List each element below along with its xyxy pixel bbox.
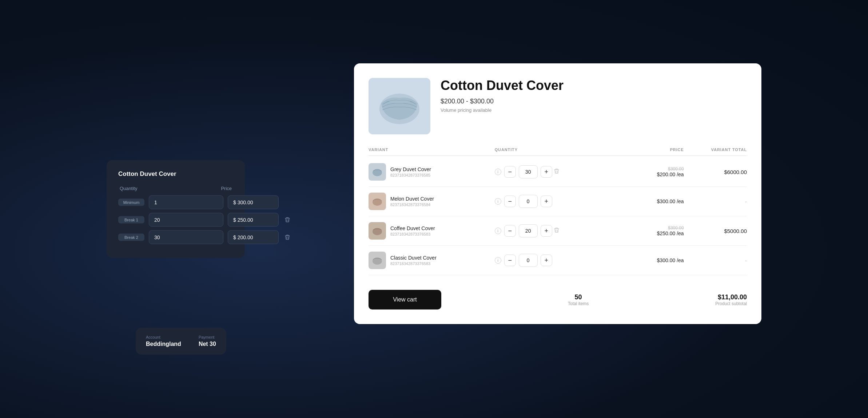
info-icon-3[interactable]: i [495, 257, 501, 264]
qty-delete-2[interactable] [554, 227, 560, 234]
qty-input-2[interactable] [519, 224, 538, 237]
qty-input-1[interactable] [519, 195, 538, 208]
qty-minus-3[interactable]: − [504, 255, 516, 266]
price-original-2: $300.00 [668, 225, 684, 230]
table-row: Coffee Duvet Cover 823718342873376583 i … [369, 216, 747, 246]
qty-minus-0[interactable]: − [504, 166, 516, 178]
qty-wrapper-2: i − + [495, 224, 589, 237]
footer-total-label: Total items [568, 301, 589, 306]
volume-price-input-2[interactable] [228, 230, 279, 244]
variant-thumb-1 [369, 193, 386, 210]
volume-price-input-1[interactable] [228, 213, 279, 227]
product-price-range: $200.00 - $300.00 [441, 98, 747, 105]
scene: Cotton Duvet Cover Quantity Price Minimu… [107, 63, 761, 355]
qty-control-0: − + [504, 165, 552, 178]
qty-input-3[interactable] [519, 254, 538, 267]
price-original-0: $300.00 [668, 166, 684, 171]
footer-totals: 50 Total items [568, 293, 589, 306]
price-col-1: $300.00 /ea [589, 198, 684, 204]
col-price: PRICE [589, 147, 684, 152]
footer-subtotal-amount: $11,00.00 [718, 293, 747, 301]
product-volume-note: Volume pricing available [441, 107, 747, 113]
info-icon-0[interactable]: i [495, 169, 501, 175]
card-footer: View cart 50 Total items $11,00.00 Produ… [369, 284, 747, 309]
variant-total-3: - [684, 257, 747, 264]
table-row: Melon Duvet Cover 823718342873376584 i −… [369, 187, 747, 216]
qty-control-1: − + [504, 195, 552, 208]
volume-badge-1: Break 1 [118, 216, 144, 224]
payment-info: Payment Net 30 [199, 335, 216, 347]
qty-column-header: Quantity [120, 186, 137, 191]
qty-control-3: − + [504, 254, 552, 267]
payment-label: Payment [199, 335, 216, 339]
variant-sku-2: 823718342873376583 [390, 232, 435, 236]
svg-point-2 [389, 98, 410, 103]
qty-wrapper-1: i − + [495, 195, 589, 208]
product-title: Cotton Duvet Cover [441, 78, 747, 93]
price-col-2: $300.00 $250.00 /ea [589, 225, 684, 236]
product-header: Cotton Duvet Cover $200.00 - $300.00 Vol… [369, 78, 747, 134]
volume-panel-title: Cotton Duvet Cover [118, 170, 233, 178]
variant-name-1: Melon Duvet Cover [390, 196, 434, 202]
qty-plus-1[interactable]: + [541, 196, 552, 207]
product-image [369, 78, 430, 134]
variant-thumb-0 [369, 163, 386, 181]
variant-total-0: $6000.00 [684, 169, 747, 175]
variant-name-0: Grey Duvet Cover [390, 166, 431, 172]
volume-qty-input-1[interactable] [149, 213, 223, 227]
view-cart-button[interactable]: View cart [369, 290, 441, 309]
table-header: VARIANT QUANTITY PRICE VARIANT TOTAL [369, 147, 747, 156]
volume-row-1: Break 1 [118, 213, 233, 227]
variant-sku-3: 823718342873376583 [390, 261, 437, 266]
volume-badge-2: Break 2 [118, 234, 144, 241]
volume-qty-input-0[interactable] [149, 196, 223, 209]
col-quantity: QUANTITY [495, 147, 589, 152]
account-info: Account Beddingland [146, 335, 181, 347]
qty-plus-2[interactable]: + [541, 225, 552, 237]
account-label: Account [146, 335, 181, 339]
volume-price-input-0[interactable] [228, 196, 279, 209]
price-column-header: Price [221, 186, 232, 191]
footer-subtotal-label: Product subtotal [715, 301, 747, 306]
variant-info-0: Grey Duvet Cover 823718342873376585 [369, 163, 495, 181]
volume-qty-input-2[interactable] [149, 230, 223, 244]
info-icon-1[interactable]: i [495, 198, 501, 205]
volume-delete-1[interactable] [283, 216, 292, 224]
variant-name-group-3: Classic Duvet Cover 823718342873376583 [390, 255, 437, 266]
variant-info-1: Melon Duvet Cover 823718342873376584 [369, 193, 495, 210]
qty-input-0[interactable] [519, 165, 538, 178]
qty-minus-1[interactable]: − [504, 196, 516, 207]
variant-name-group-0: Grey Duvet Cover 823718342873376585 [390, 166, 431, 177]
volume-row-2: Break 2 [118, 230, 233, 244]
variant-name-3: Classic Duvet Cover [390, 255, 437, 261]
volume-row-0: Minimum [118, 196, 233, 209]
variant-name-group-2: Coffee Duvet Cover 823718342873376583 [390, 225, 435, 236]
table-row: Classic Duvet Cover 823718342873376583 i… [369, 246, 747, 275]
price-col-0: $300.00 $200.00 /ea [589, 166, 684, 177]
footer-total-items: 50 [575, 293, 582, 301]
variant-sku-1: 823718342873376584 [390, 202, 434, 207]
variant-name-group-1: Melon Duvet Cover 823718342873376584 [390, 196, 434, 207]
variant-thumb-3 [369, 252, 386, 269]
variant-sku-0: 823718342873376585 [390, 173, 431, 177]
qty-wrapper-0: i − + [495, 165, 589, 178]
qty-delete-0[interactable] [554, 168, 560, 176]
col-variant-total: VARIANT TOTAL [684, 147, 747, 152]
variant-total-2: $5000.00 [684, 228, 747, 234]
payment-value: Net 30 [199, 341, 216, 347]
variant-thumb-2 [369, 222, 386, 240]
account-panel: Account Beddingland Payment Net 30 [136, 328, 226, 355]
price-current-0: $200.00 /ea [657, 171, 684, 177]
variant-name-2: Coffee Duvet Cover [390, 225, 435, 231]
price-current-2: $250.00 /ea [657, 230, 684, 236]
price-current-1: $300.00 /ea [657, 198, 684, 204]
qty-wrapper-3: i − + [495, 254, 589, 267]
qty-minus-2[interactable]: − [504, 225, 516, 237]
volume-delete-2[interactable] [283, 233, 292, 242]
price-current-3: $300.00 /ea [657, 257, 684, 263]
variant-info-2: Coffee Duvet Cover 823718342873376583 [369, 222, 495, 240]
volume-pricing-panel: Cotton Duvet Cover Quantity Price Minimu… [107, 160, 245, 258]
qty-plus-3[interactable]: + [541, 255, 552, 266]
info-icon-2[interactable]: i [495, 228, 501, 234]
qty-plus-0[interactable]: + [541, 166, 552, 178]
